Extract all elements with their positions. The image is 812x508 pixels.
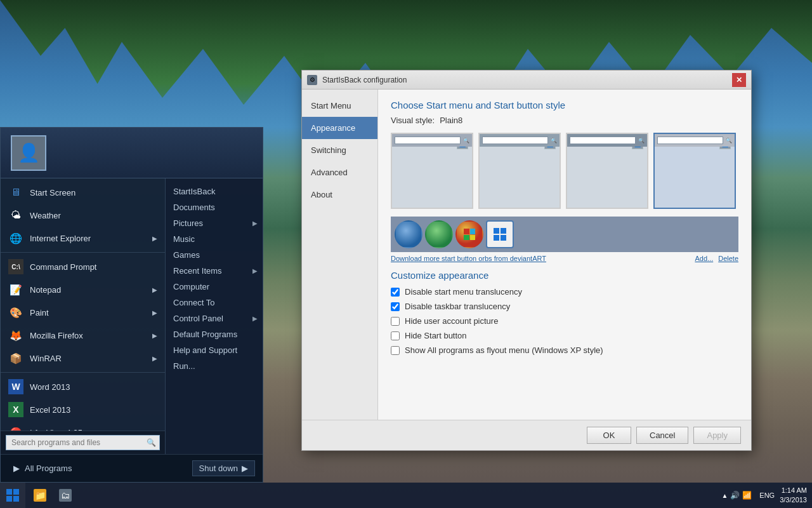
start-item-ie[interactable]: 🌐 Internet Explorer ▶ bbox=[1, 227, 165, 250]
start-item-word[interactable]: W Word 2013 bbox=[1, 375, 165, 398]
taskbar-start-button[interactable] bbox=[0, 483, 25, 508]
right-item-startisback[interactable]: StartIsBack bbox=[166, 184, 263, 199]
start-item-winrar[interactable]: 📦 WinRAR ▶ bbox=[1, 347, 165, 370]
start-menu-footer: ▶ All Programs Shut down ▶ bbox=[1, 454, 263, 482]
orb-flag-button[interactable] bbox=[455, 220, 483, 248]
shutdown-arrow-icon: ▶ bbox=[242, 464, 248, 473]
checkbox-label-5: Show All programs as flyout menu (Window… bbox=[405, 345, 603, 355]
checkbox-disable-menu-translucency[interactable] bbox=[391, 288, 400, 297]
checkbox-label-4: Hide Start button bbox=[405, 331, 467, 340]
taskbar-clock[interactable]: 1:14 AM 3/3/2013 bbox=[780, 486, 807, 505]
right-item-connect[interactable]: Connect To bbox=[166, 295, 263, 311]
recent-arrow: ▶ bbox=[252, 267, 258, 274]
word-icon: W bbox=[8, 379, 23, 394]
taskbar-files-button[interactable]: 🗂 bbox=[53, 484, 77, 507]
orb-vista-button[interactable] bbox=[395, 220, 422, 248]
notepad-label: Notepad bbox=[30, 285, 146, 295]
dialog-close-button[interactable]: ✕ bbox=[732, 73, 746, 87]
right-item-computer[interactable]: Computer bbox=[166, 279, 263, 295]
search-input[interactable] bbox=[6, 435, 160, 450]
style-thumb-1[interactable]: 👤 🔍 bbox=[391, 133, 473, 209]
nav-advanced-label: Advanced bbox=[311, 168, 348, 177]
config-dialog: ⚙ StartIsBack configuration ✕ Start Menu… bbox=[301, 70, 752, 451]
checkbox-flyout-menu[interactable] bbox=[391, 346, 400, 355]
firefox-arrow: ▶ bbox=[152, 332, 157, 339]
cancel-button[interactable]: Cancel bbox=[636, 427, 688, 444]
checkbox-hide-start-button[interactable] bbox=[391, 331, 400, 340]
checkbox-disable-taskbar-translucency[interactable] bbox=[391, 302, 400, 311]
nav-about[interactable]: About bbox=[302, 184, 377, 206]
separator2 bbox=[1, 372, 165, 373]
nav-appearance[interactable]: Appearance bbox=[302, 117, 377, 139]
nav-about-label: About bbox=[311, 190, 332, 199]
ok-button[interactable]: OK bbox=[587, 427, 631, 444]
customize-title: Customize appearance bbox=[391, 270, 738, 281]
start-menu-header: 👤 bbox=[1, 128, 263, 178]
start-item-weather[interactable]: 🌤 Weather bbox=[1, 204, 165, 227]
right-label-startisback: StartIsBack bbox=[173, 187, 215, 196]
style-thumb-4[interactable]: 👤 🔍 bbox=[653, 133, 736, 209]
download-orbs-link[interactable]: Download more start button orbs from dev… bbox=[391, 255, 546, 262]
right-item-pictures[interactable]: Pictures ▶ bbox=[166, 215, 263, 231]
taskbar-explorer-button[interactable]: 📁 bbox=[28, 484, 52, 507]
ie-arrow: ▶ bbox=[152, 235, 157, 242]
checkbox-hide-user-picture[interactable] bbox=[391, 317, 400, 326]
chevron-up-icon[interactable]: ▲ bbox=[721, 492, 728, 499]
add-orb-link[interactable]: Add... bbox=[695, 255, 713, 262]
style-thumbnails: 👤 🔍 👤 🔍 bbox=[391, 133, 738, 209]
checkbox-label-2: Disable taskbar translucency bbox=[405, 302, 510, 311]
start-menu: 👤 🖥 Start Screen 🌤 Weather 🌐 bbox=[0, 127, 263, 483]
start-item-notepad[interactable]: 📝 Notepad ▶ bbox=[1, 278, 165, 301]
paint-arrow: ▶ bbox=[152, 309, 157, 316]
dialog-footer: OK Cancel Apply bbox=[302, 420, 751, 450]
right-label-computer: Computer bbox=[173, 282, 209, 291]
right-item-controlpanel[interactable]: Control Panel ▶ bbox=[166, 311, 263, 326]
network-tray-icon: 🔊 bbox=[730, 491, 740, 500]
start-item-irfan[interactable]: 🔴 IrfanView 4.35 bbox=[1, 421, 165, 431]
right-item-documents[interactable]: Documents bbox=[166, 199, 263, 215]
right-item-recent[interactable]: Recent Items ▶ bbox=[166, 263, 263, 279]
right-item-defaultprograms[interactable]: Default Programs bbox=[166, 326, 263, 342]
start-item-startscreen[interactable]: 🖥 Start Screen bbox=[1, 181, 165, 204]
search-wrapper: 🔍 bbox=[6, 435, 160, 450]
notepad-icon: 📝 bbox=[8, 282, 23, 297]
orb-win8-button[interactable] bbox=[486, 220, 514, 248]
svg-rect-3 bbox=[13, 496, 19, 502]
dialog-titlebar: ⚙ StartIsBack configuration ✕ bbox=[302, 70, 751, 90]
style-thumb-2[interactable]: 👤 🔍 bbox=[478, 133, 561, 209]
right-item-games[interactable]: Games bbox=[166, 247, 263, 263]
windows-logo-icon bbox=[6, 488, 20, 502]
visual-style-value: Plain8 bbox=[440, 116, 462, 125]
firefox-label: Mozilla Firefox bbox=[30, 331, 146, 340]
start-item-cmd[interactable]: C:\ Command Prompt bbox=[1, 255, 165, 278]
right-label-music: Music bbox=[173, 234, 195, 244]
start-item-paint[interactable]: 🎨 Paint ▶ bbox=[1, 301, 165, 324]
nav-switching-label: Switching bbox=[311, 145, 346, 155]
right-item-run[interactable]: Run... bbox=[166, 358, 263, 374]
right-label-pictures: Pictures bbox=[173, 218, 203, 228]
delete-orb-link[interactable]: Delete bbox=[718, 255, 738, 262]
shutdown-button[interactable]: Shut down ▶ bbox=[192, 460, 255, 476]
files-icon: 🗂 bbox=[59, 489, 72, 502]
paint-label: Paint bbox=[30, 308, 146, 318]
apply-button[interactable]: Apply bbox=[693, 427, 741, 444]
all-programs-item[interactable]: ▶ All Programs bbox=[8, 461, 77, 476]
start-item-firefox[interactable]: 🦊 Mozilla Firefox ▶ bbox=[1, 324, 165, 347]
orb-download-row: Download more start button orbs from dev… bbox=[391, 255, 738, 262]
all-programs-icon: ▶ bbox=[13, 464, 20, 473]
orb-clover-button[interactable] bbox=[425, 220, 453, 248]
clock-time: 1:14 AM bbox=[780, 486, 807, 495]
right-label-recent: Recent Items bbox=[173, 266, 222, 276]
start-menu-right: StartIsBack Documents Pictures ▶ Music G… bbox=[166, 178, 263, 454]
start-item-excel[interactable]: X Excel 2013 bbox=[1, 398, 165, 421]
visual-style-row: Visual style: Plain8 bbox=[391, 116, 738, 125]
nav-start-menu[interactable]: Start Menu bbox=[302, 95, 377, 117]
irfan-icon: 🔴 bbox=[8, 425, 23, 431]
nav-start-menu-label: Start Menu bbox=[311, 101, 351, 110]
nav-switching[interactable]: Switching bbox=[302, 139, 377, 161]
right-item-helpandsupport[interactable]: Help and Support bbox=[166, 342, 263, 358]
nav-advanced[interactable]: Advanced bbox=[302, 161, 377, 184]
start-menu-body: 🖥 Start Screen 🌤 Weather 🌐 Internet Expl… bbox=[1, 178, 263, 454]
style-thumb-3[interactable]: 👤 🔍 bbox=[566, 133, 648, 209]
right-item-music[interactable]: Music bbox=[166, 231, 263, 247]
